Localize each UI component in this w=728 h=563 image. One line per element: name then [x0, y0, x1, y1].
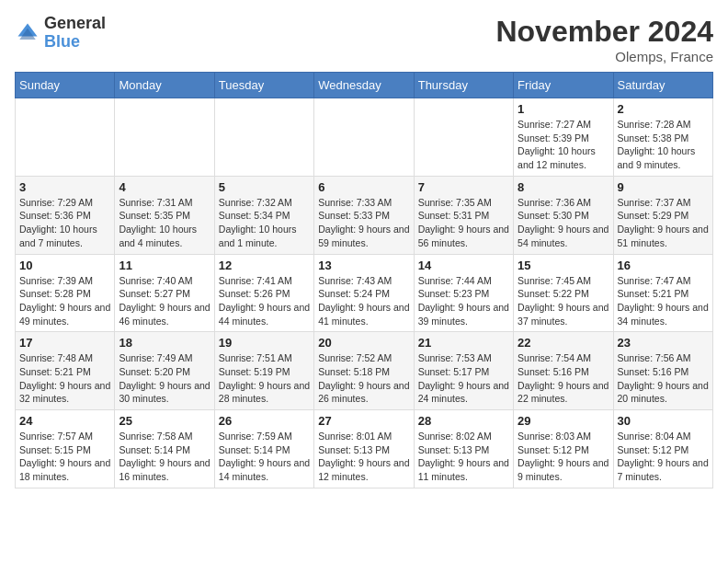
calendar-cell: 12Sunrise: 7:41 AM Sunset: 5:26 PM Dayli…: [214, 254, 313, 332]
calendar-cell: 28Sunrise: 8:02 AM Sunset: 5:13 PM Dayli…: [414, 410, 513, 488]
day-number: 17: [19, 336, 110, 350]
calendar-cell: 17Sunrise: 7:48 AM Sunset: 5:21 PM Dayli…: [16, 332, 115, 410]
calendar-header-tuesday: Tuesday: [214, 73, 313, 98]
day-number: 2: [618, 102, 709, 116]
day-number: 12: [219, 259, 310, 272]
day-info: Sunrise: 7:33 AM Sunset: 5:33 PM Dayligh…: [318, 196, 409, 250]
day-info: Sunrise: 7:31 AM Sunset: 5:35 PM Dayligh…: [119, 196, 210, 250]
calendar-cell: 8Sunrise: 7:36 AM Sunset: 5:30 PM Daylig…: [514, 176, 613, 254]
day-number: 16: [618, 259, 709, 272]
calendar-cell: 21Sunrise: 7:53 AM Sunset: 5:17 PM Dayli…: [414, 332, 513, 410]
calendar-cell: 14Sunrise: 7:44 AM Sunset: 5:23 PM Dayli…: [414, 254, 513, 332]
day-number: 8: [518, 180, 609, 194]
day-number: 27: [318, 414, 409, 428]
day-info: Sunrise: 7:51 AM Sunset: 5:19 PM Dayligh…: [219, 351, 310, 406]
day-number: 10: [19, 259, 110, 272]
day-number: 18: [119, 336, 210, 350]
logo-icon: [15, 20, 40, 46]
calendar-cell: 4Sunrise: 7:31 AM Sunset: 5:35 PM Daylig…: [115, 176, 214, 254]
logo-blue-text: Blue: [44, 32, 80, 51]
day-info: Sunrise: 7:45 AM Sunset: 5:22 PM Dayligh…: [518, 274, 609, 328]
calendar-cell: [414, 98, 513, 177]
day-info: Sunrise: 7:36 AM Sunset: 5:30 PM Dayligh…: [518, 196, 609, 250]
calendar-header-wednesday: Wednesday: [314, 73, 414, 98]
day-info: Sunrise: 7:52 AM Sunset: 5:18 PM Dayligh…: [318, 351, 409, 406]
day-number: 20: [318, 336, 409, 350]
day-number: 13: [318, 259, 409, 272]
calendar-week-row: 1Sunrise: 7:27 AM Sunset: 5:39 PM Daylig…: [16, 98, 713, 177]
day-number: 11: [119, 259, 210, 272]
calendar-cell: [16, 98, 115, 177]
day-info: Sunrise: 8:02 AM Sunset: 5:13 PM Dayligh…: [418, 430, 509, 484]
calendar-cell: [115, 98, 214, 177]
day-number: 25: [119, 414, 210, 428]
day-number: 3: [19, 180, 110, 194]
calendar-week-row: 24Sunrise: 7:57 AM Sunset: 5:15 PM Dayli…: [16, 410, 713, 488]
day-info: Sunrise: 7:27 AM Sunset: 5:39 PM Dayligh…: [518, 118, 609, 172]
calendar-cell: 27Sunrise: 8:01 AM Sunset: 5:13 PM Dayli…: [314, 410, 414, 488]
calendar-cell: 3Sunrise: 7:29 AM Sunset: 5:36 PM Daylig…: [16, 176, 115, 254]
calendar-header-sunday: Sunday: [16, 73, 115, 98]
calendar-cell: 23Sunrise: 7:56 AM Sunset: 5:16 PM Dayli…: [613, 332, 712, 410]
calendar-cell: 15Sunrise: 7:45 AM Sunset: 5:22 PM Dayli…: [514, 254, 613, 332]
calendar-cell: [314, 98, 414, 177]
calendar-cell: 5Sunrise: 7:32 AM Sunset: 5:34 PM Daylig…: [214, 176, 313, 254]
day-info: Sunrise: 7:47 AM Sunset: 5:21 PM Dayligh…: [618, 274, 709, 328]
page-header: General Blue November 2024 Olemps, Franc…: [15, 15, 713, 64]
day-info: Sunrise: 7:40 AM Sunset: 5:27 PM Dayligh…: [119, 274, 210, 328]
day-number: 23: [618, 336, 709, 350]
day-info: Sunrise: 7:37 AM Sunset: 5:29 PM Dayligh…: [618, 196, 709, 250]
calendar-header-thursday: Thursday: [414, 73, 513, 98]
day-number: 29: [518, 414, 609, 428]
month-title: November 2024: [495, 15, 713, 49]
day-info: Sunrise: 7:58 AM Sunset: 5:14 PM Dayligh…: [119, 430, 210, 484]
day-info: Sunrise: 7:35 AM Sunset: 5:31 PM Dayligh…: [418, 196, 509, 250]
calendar-cell: 19Sunrise: 7:51 AM Sunset: 5:19 PM Dayli…: [214, 332, 313, 410]
calendar-cell: 11Sunrise: 7:40 AM Sunset: 5:27 PM Dayli…: [115, 254, 214, 332]
day-info: Sunrise: 7:39 AM Sunset: 5:28 PM Dayligh…: [19, 274, 110, 328]
calendar-week-row: 17Sunrise: 7:48 AM Sunset: 5:21 PM Dayli…: [16, 332, 713, 410]
calendar-cell: 29Sunrise: 8:03 AM Sunset: 5:12 PM Dayli…: [514, 410, 613, 488]
calendar-cell: 30Sunrise: 8:04 AM Sunset: 5:12 PM Dayli…: [613, 410, 712, 488]
day-info: Sunrise: 7:28 AM Sunset: 5:38 PM Dayligh…: [618, 118, 709, 172]
day-number: 5: [219, 180, 310, 194]
day-number: 19: [219, 336, 310, 350]
title-block: November 2024 Olemps, France: [495, 15, 713, 64]
day-number: 26: [219, 414, 310, 428]
day-info: Sunrise: 7:29 AM Sunset: 5:36 PM Dayligh…: [19, 196, 110, 250]
day-info: Sunrise: 8:04 AM Sunset: 5:12 PM Dayligh…: [618, 430, 709, 484]
day-info: Sunrise: 7:59 AM Sunset: 5:14 PM Dayligh…: [219, 430, 310, 484]
day-info: Sunrise: 7:32 AM Sunset: 5:34 PM Dayligh…: [219, 196, 310, 250]
calendar-cell: 18Sunrise: 7:49 AM Sunset: 5:20 PM Dayli…: [115, 332, 214, 410]
calendar-header-friday: Friday: [514, 73, 613, 98]
day-info: Sunrise: 7:49 AM Sunset: 5:20 PM Dayligh…: [119, 351, 210, 406]
day-number: 28: [418, 414, 509, 428]
day-number: 22: [518, 336, 609, 350]
logo-general-text: General: [44, 14, 106, 32]
day-number: 6: [318, 180, 409, 194]
calendar-cell: 2Sunrise: 7:28 AM Sunset: 5:38 PM Daylig…: [613, 98, 712, 177]
calendar-table: SundayMondayTuesdayWednesdayThursdayFrid…: [15, 72, 713, 488]
calendar-cell: 6Sunrise: 7:33 AM Sunset: 5:33 PM Daylig…: [314, 176, 414, 254]
calendar-week-row: 3Sunrise: 7:29 AM Sunset: 5:36 PM Daylig…: [16, 176, 713, 254]
day-number: 30: [618, 414, 709, 428]
day-number: 14: [418, 259, 509, 272]
calendar-header-monday: Monday: [115, 73, 214, 98]
calendar-cell: 10Sunrise: 7:39 AM Sunset: 5:28 PM Dayli…: [16, 254, 115, 332]
logo: General Blue: [15, 15, 106, 52]
calendar-cell: 24Sunrise: 7:57 AM Sunset: 5:15 PM Dayli…: [16, 410, 115, 488]
calendar-cell: 1Sunrise: 7:27 AM Sunset: 5:39 PM Daylig…: [514, 98, 613, 177]
day-number: 15: [518, 259, 609, 272]
day-number: 4: [119, 180, 210, 194]
calendar-cell: 9Sunrise: 7:37 AM Sunset: 5:29 PM Daylig…: [613, 176, 712, 254]
day-info: Sunrise: 7:48 AM Sunset: 5:21 PM Dayligh…: [19, 351, 110, 406]
day-number: 21: [418, 336, 509, 350]
day-number: 7: [418, 180, 509, 194]
day-info: Sunrise: 8:01 AM Sunset: 5:13 PM Dayligh…: [318, 430, 409, 484]
calendar-cell: 20Sunrise: 7:52 AM Sunset: 5:18 PM Dayli…: [314, 332, 414, 410]
calendar-cell: 22Sunrise: 7:54 AM Sunset: 5:16 PM Dayli…: [514, 332, 613, 410]
day-info: Sunrise: 7:43 AM Sunset: 5:24 PM Dayligh…: [318, 274, 409, 328]
day-number: 24: [19, 414, 110, 428]
calendar-header-saturday: Saturday: [613, 73, 712, 98]
day-info: Sunrise: 7:41 AM Sunset: 5:26 PM Dayligh…: [219, 274, 310, 328]
